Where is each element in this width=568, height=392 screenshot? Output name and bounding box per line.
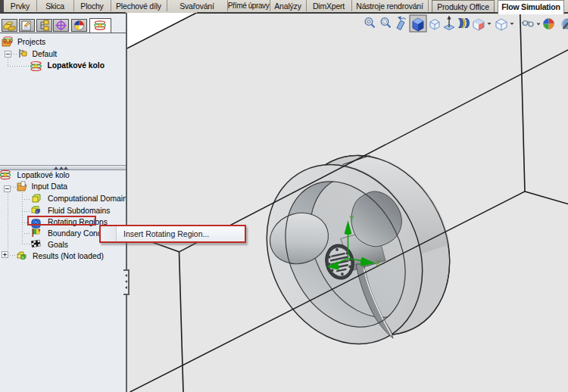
svg-text:X: X: [376, 259, 381, 267]
svg-text:Y: Y: [349, 215, 354, 223]
